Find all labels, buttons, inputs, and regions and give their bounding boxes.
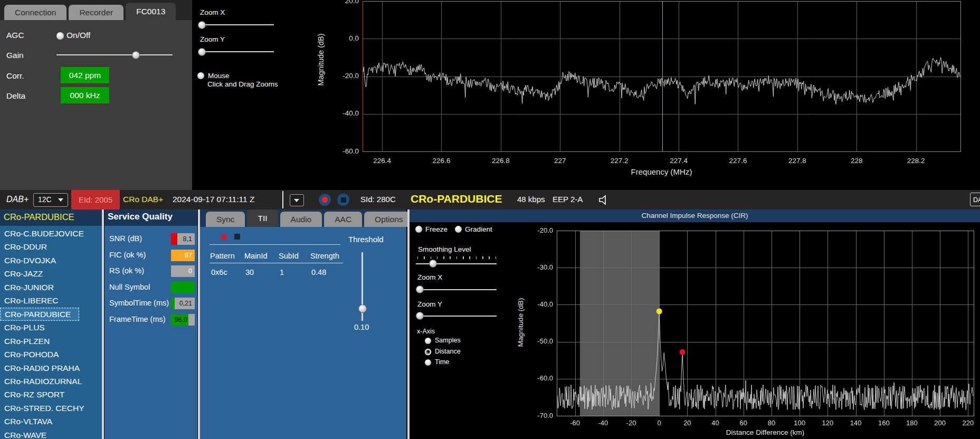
tii-tab-strip: SyncTIIAudioAACOptions xyxy=(206,209,414,227)
stop-icon xyxy=(341,197,346,203)
tuner-tab-strip: ConnectionRecorderFC0013 xyxy=(4,3,176,20)
xaxis-radio-samples[interactable] xyxy=(425,338,431,344)
gradient-radio[interactable] xyxy=(455,226,462,233)
tuner-tab-connection[interactable]: Connection xyxy=(4,5,66,20)
cir-plot-canvas[interactable] xyxy=(528,222,980,439)
quality-value-rs: 0 xyxy=(188,265,192,277)
speaker-icon[interactable] xyxy=(597,194,610,206)
agc-radio[interactable] xyxy=(56,32,64,40)
station-list-panel: CRo-PARDUBICE CRo-C.BUDEJOVICECRo-DDURCR… xyxy=(0,209,102,439)
status-bar: DAB+ 12C EId: 2005 CRo DAB+ 2024-09-17 0… xyxy=(0,190,980,209)
record-button[interactable] xyxy=(319,194,331,206)
tii-col-header: SubId xyxy=(279,252,299,260)
tii-stop-icon[interactable] xyxy=(234,234,240,240)
splitter[interactable] xyxy=(198,209,200,439)
tii-tab-options[interactable]: Options xyxy=(364,212,413,227)
smoothing-slider-thumb[interactable] xyxy=(429,260,437,268)
xaxis-radio-distance[interactable] xyxy=(425,349,431,355)
station-item[interactable]: CRo-DVOJKA xyxy=(0,254,102,267)
spectrum-zoom-x-thumb[interactable] xyxy=(198,21,206,29)
xaxis-radio-time[interactable] xyxy=(425,359,431,366)
station-item[interactable]: CRo-WAVE xyxy=(0,428,102,439)
xaxis-label: x-Axis xyxy=(417,328,435,335)
station-item[interactable]: CRo-STRED. CECHY xyxy=(0,402,102,415)
agc-label: AGC xyxy=(6,31,24,40)
mouse-zoom-label: Mouse xyxy=(208,72,230,80)
tii-cell: 0x6c xyxy=(211,268,227,276)
station-item[interactable]: CRo-RADIOZURNAL xyxy=(0,375,102,388)
freeze-label: Freeze xyxy=(425,225,448,233)
chevron-down-icon xyxy=(294,199,299,202)
radio-dot xyxy=(427,350,430,353)
station-item[interactable]: CRo-C.BUDEJOVICE xyxy=(0,227,102,240)
station-item[interactable]: CRo-PLUS xyxy=(0,321,102,334)
station-item[interactable]: CRo-RADIO PRAHA xyxy=(0,361,102,375)
tii-cell: 30 xyxy=(245,268,254,276)
smoothing-slider-track[interactable] xyxy=(416,263,497,264)
splitter[interactable] xyxy=(102,209,104,439)
cir-zoom-y-thumb[interactable] xyxy=(416,312,424,320)
quality-label-fic: FIC (ok %) xyxy=(109,251,146,259)
spectrum-ylabel: Magnitude (dB) xyxy=(317,20,327,99)
quality-value-snr: 8,1 xyxy=(183,233,192,245)
dab-mode-label: DAB+ xyxy=(6,195,28,204)
mini-dropdown[interactable] xyxy=(290,194,304,206)
chevron-down-icon xyxy=(58,198,63,202)
spectrum-zoom-y-thumb[interactable] xyxy=(198,48,206,56)
tuner-tab-recorder[interactable]: Recorder xyxy=(69,5,123,20)
station-item[interactable]: CRo-POHODA xyxy=(0,348,102,361)
delta-label: Delta xyxy=(6,91,25,101)
bitrate-label: 48 kbps xyxy=(517,195,545,204)
mouse-zoom-radio[interactable] xyxy=(197,72,204,79)
mouse-zoom-caption: Click and Drag Zooms xyxy=(207,80,278,88)
tii-tab-sync[interactable]: Sync xyxy=(206,212,245,227)
cir-zoom-y-label: Zoom Y xyxy=(417,300,442,308)
tii-panel: SyncTIIAudioAACOptions PatternMainIdSubI… xyxy=(200,209,406,439)
eid-badge: EId: 2005 xyxy=(71,190,120,209)
cir-zoom-y-track[interactable] xyxy=(416,316,497,317)
station-item[interactable]: CRo-JUNIOR xyxy=(0,281,102,294)
dab-overflow-button[interactable]: DAB xyxy=(970,193,980,206)
tii-cell: 1 xyxy=(280,268,284,276)
tuner-tab-fc0013[interactable]: FC0013 xyxy=(126,3,176,20)
gain-slider-track[interactable] xyxy=(56,54,173,55)
channel-value: 12C xyxy=(38,195,52,204)
protection-label: EEP 2-A xyxy=(553,195,583,204)
station-item[interactable]: CRo-VLTAVA xyxy=(0,415,102,428)
tii-col-header: MainId xyxy=(244,252,268,260)
freeze-radio[interactable] xyxy=(415,226,422,233)
tii-tab-audio[interactable]: Audio xyxy=(280,212,322,227)
xaxis-option-label: Time xyxy=(435,358,449,366)
spectrum-zoom-y-track[interactable] xyxy=(200,51,274,52)
station-item[interactable]: CRo-LIBEREC xyxy=(0,294,102,307)
cir-zoom-x-thumb[interactable] xyxy=(416,285,424,293)
spectrum-plot-canvas[interactable] xyxy=(317,0,980,182)
channel-select[interactable]: 12C xyxy=(33,193,68,207)
spectrum-zoom-x-track[interactable] xyxy=(200,24,274,25)
gain-slider-thumb[interactable] xyxy=(132,51,140,59)
cir-zoom-x-track[interactable] xyxy=(416,289,497,290)
tuner-panel: ConnectionRecorderFC0013 AGC On/Off Gain… xyxy=(0,0,192,190)
corr-value-badge: 042 ppm xyxy=(61,67,109,83)
spectrum-zoom-y-label: Zoom Y xyxy=(200,35,225,43)
corr-label: Corr. xyxy=(6,71,24,81)
gain-label: Gain xyxy=(6,51,24,60)
station-item[interactable]: CRo-JAZZ xyxy=(0,267,102,280)
smoothing-level-label: Smoothing Level xyxy=(418,245,471,253)
station-item[interactable]: CRo-DDUR xyxy=(0,240,102,253)
tii-tab-aac[interactable]: AAC xyxy=(324,212,362,227)
station-item-selected[interactable]: CRo-PARDUBICE xyxy=(0,308,79,321)
stop-button[interactable] xyxy=(337,194,349,206)
tii-record-icon[interactable] xyxy=(221,234,227,240)
record-icon xyxy=(322,197,328,203)
agc-option-label: On/Off xyxy=(66,31,90,40)
tii-tab-tii[interactable]: TII xyxy=(247,209,278,227)
tii-col-header: Pattern xyxy=(210,252,235,260)
splitter[interactable] xyxy=(407,209,410,439)
station-item[interactable]: CRo-PLZEN xyxy=(0,335,102,348)
station-item[interactable]: CRo-RZ SPORT xyxy=(0,388,102,401)
quality-badge-null xyxy=(171,282,195,293)
tii-separator xyxy=(210,244,340,245)
threshold-slider-thumb[interactable] xyxy=(358,304,367,313)
xaxis-option-label: Distance xyxy=(435,348,461,355)
